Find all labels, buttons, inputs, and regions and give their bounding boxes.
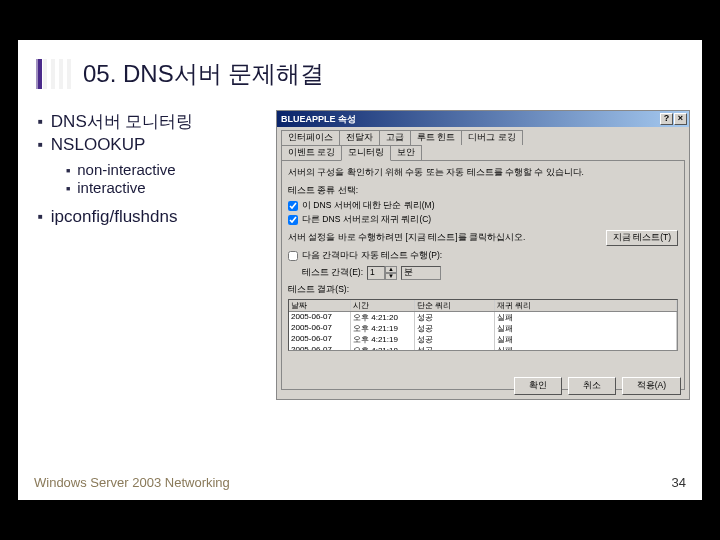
footer: Windows Server 2003 Networking 34 [34, 475, 686, 490]
bullet-nslookup: NSLOOKUP [28, 135, 268, 155]
cancel-button[interactable]: 취소 [568, 377, 616, 395]
interval-value[interactable]: 1 [367, 266, 385, 280]
list-item[interactable]: 2005-06-07오후 4:21:19성공실패 [289, 323, 677, 334]
tab-row-1: 인터페이스 전달자 고급 루트 힌트 디버그 로깅 [277, 127, 689, 145]
checkbox-simple-query-label: 이 DNS 서버에 대한 단순 쿼리(M) [302, 200, 435, 212]
test-now-text: 서버 설정을 바로 수행하려면 [지금 테스트]를 클릭하십시오. [288, 232, 602, 244]
list-item[interactable]: 2005-06-07오후 4:21:18성공실패 [289, 345, 677, 351]
ok-button[interactable]: 확인 [514, 377, 562, 395]
col-time[interactable]: 시간 [351, 300, 415, 311]
test-now-button[interactable]: 지금 테스트(T) [606, 230, 678, 246]
accent-stripes [43, 59, 71, 89]
tab-row-2: 이벤트 로깅 모니터링 보안 [277, 145, 689, 160]
col-recursive[interactable]: 재귀 쿼리 [495, 300, 677, 311]
bullet-list: DNS서버 모니터링 NSLOOKUP non-interactive inte… [28, 110, 268, 400]
dialog-title: BLUEAPPLE 속성 [281, 113, 356, 126]
col-simple[interactable]: 단순 쿼리 [415, 300, 495, 311]
page-number: 34 [672, 475, 686, 490]
result-label: 테스트 결과(S): [288, 284, 678, 296]
panel-description: 서버의 구성을 확인하기 위해 수동 또는 자동 테스트를 수행할 수 있습니다… [288, 167, 678, 179]
accent-bar [36, 59, 42, 89]
spin-up-icon[interactable]: ▲ [385, 266, 397, 273]
checkbox-auto-test-input[interactable] [288, 251, 298, 261]
tab-forwarders[interactable]: 전달자 [339, 130, 380, 145]
test-now-row: 서버 설정을 바로 수행하려면 [지금 테스트]를 클릭하십시오. 지금 테스트… [288, 230, 678, 246]
spin-down-icon[interactable]: ▼ [385, 273, 397, 280]
tab-eventlog[interactable]: 이벤트 로깅 [281, 145, 342, 160]
interval-row: 테스트 간격(E): 1 ▲▼ 분 [288, 266, 678, 280]
help-button[interactable]: ? [660, 113, 673, 125]
checkbox-auto-test-label: 다음 간격마다 자동 테스트 수행(P): [302, 250, 442, 262]
interval-spinner[interactable]: 1 ▲▼ [367, 266, 397, 280]
bullet-ipconfig: ipconfig/flushdns [28, 207, 268, 227]
title-row: 05. DNS서버 문제해결 [18, 40, 702, 98]
dialog-panel: 서버의 구성을 확인하기 위해 수동 또는 자동 테스트를 수행할 수 있습니다… [281, 160, 685, 390]
bullet-noninteractive: non-interactive [66, 161, 268, 178]
bullet-dns-monitoring: DNS서버 모니터링 [28, 110, 268, 133]
tab-advanced[interactable]: 고급 [379, 130, 411, 145]
checkbox-recursive-query[interactable]: 다른 DNS 서버로의 재귀 쿼리(C) [288, 214, 678, 226]
checkbox-simple-query[interactable]: 이 DNS 서버에 대한 단순 쿼리(M) [288, 200, 678, 212]
list-item[interactable]: 2005-06-07오후 4:21:20성공실패 [289, 312, 677, 323]
result-list[interactable]: 날짜 시간 단순 쿼리 재귀 쿼리 2005-06-07오후 4:21:20성공… [288, 299, 678, 351]
col-date[interactable]: 날짜 [289, 300, 351, 311]
interval-unit[interactable]: 분 [401, 266, 441, 280]
result-header: 날짜 시간 단순 쿼리 재귀 쿼리 [289, 300, 677, 312]
checkbox-recursive-query-input[interactable] [288, 215, 298, 225]
dialog-titlebar[interactable]: BLUEAPPLE 속성 ? × [277, 111, 689, 127]
content-row: DNS서버 모니터링 NSLOOKUP non-interactive inte… [18, 98, 702, 400]
properties-dialog: BLUEAPPLE 속성 ? × 인터페이스 전달자 고급 루트 힌트 디버그 … [276, 110, 690, 400]
checkbox-recursive-query-label: 다른 DNS 서버로의 재귀 쿼리(C) [302, 214, 431, 226]
tab-roothints[interactable]: 루트 힌트 [410, 130, 462, 145]
tab-debuglog[interactable]: 디버그 로깅 [461, 130, 522, 145]
footer-text: Windows Server 2003 Networking [34, 475, 230, 490]
tab-interface[interactable]: 인터페이스 [281, 130, 340, 145]
slide: 05. DNS서버 문제해결 DNS서버 모니터링 NSLOOKUP non-i… [18, 40, 702, 500]
tab-monitoring[interactable]: 모니터링 [341, 145, 391, 161]
interval-label: 테스트 간격(E): [302, 267, 363, 279]
checkbox-auto-test[interactable]: 다음 간격마다 자동 테스트 수행(P): [288, 250, 678, 262]
checkbox-simple-query-input[interactable] [288, 201, 298, 211]
test-type-label: 테스트 종류 선택: [288, 185, 678, 197]
close-button[interactable]: × [674, 113, 687, 125]
list-item[interactable]: 2005-06-07오후 4:21:19성공실패 [289, 334, 677, 345]
tab-security[interactable]: 보안 [390, 145, 422, 160]
apply-button[interactable]: 적용(A) [622, 377, 681, 395]
dialog-buttons: 확인 취소 적용(A) [514, 377, 681, 395]
bullet-interactive: interactive [66, 179, 268, 196]
slide-title: 05. DNS서버 문제해결 [83, 58, 324, 90]
